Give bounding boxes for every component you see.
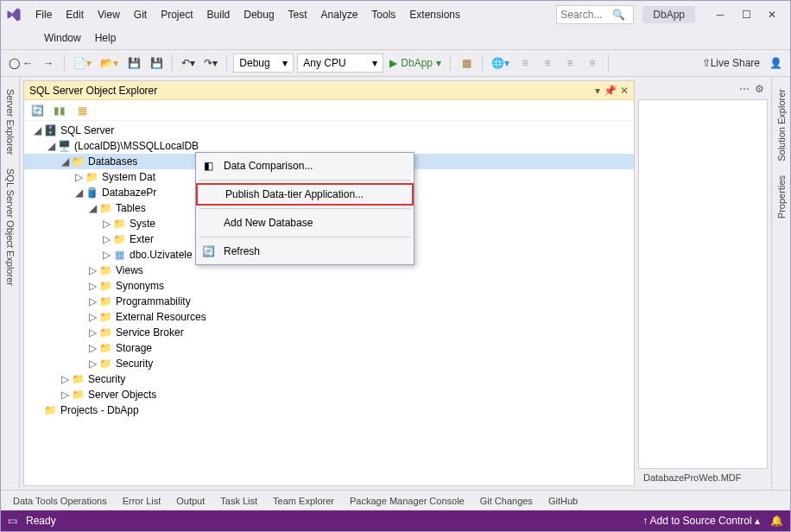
bottom-tabs: Data Tools Operations Error List Output … [1,490,790,510]
tab-server-explorer[interactable]: Server Explorer [3,82,18,162]
ctx-add-database[interactable]: Add New Database [196,212,414,234]
menu-edit[interactable]: Edit [59,5,91,24]
status-ready: Ready [26,515,56,527]
preview-menu-icon[interactable]: ⋯ [739,83,750,95]
tab-sql-explorer[interactable]: SQL Server Object Explorer [3,162,18,293]
group-icon[interactable]: ▦ [73,101,92,120]
menu-analyze[interactable]: Analyze [314,5,365,24]
node-projects[interactable]: 📁Projects - DbApp [24,402,634,418]
node-synonyms[interactable]: ▷📁Synonyms [24,278,634,294]
redo-button[interactable]: ↷▾ [201,54,220,73]
menu-test[interactable]: Test [282,5,314,24]
dim4-button[interactable]: ≡ [583,54,602,73]
dim2-button[interactable]: ≡ [538,54,557,73]
ctx-refresh[interactable]: 🔄Refresh [196,240,414,263]
search-input[interactable] [560,9,612,21]
preview-panel: ⋯ ⚙ DatabazeProWeb.MDF [638,80,768,486]
toolbar: ◯ ← → 📄▾ 📂▾ 💾 💾 ↶▾ ↷▾ Debug▾ Any CPU▾ ▶ … [1,49,790,77]
menubar-row2: Window Help [1,28,790,49]
node-security-srv[interactable]: ▷📁Security [24,371,634,387]
menu-debug[interactable]: Debug [237,5,281,24]
panel-dropdown-icon[interactable]: ▾ [595,85,600,97]
context-menu: ◧Data Comparison... Publish Data-tier Ap… [195,152,414,265]
tool1-button[interactable]: ▦ [457,54,476,73]
menu-window[interactable]: Window [37,28,88,48]
vs-logo-icon [6,7,22,22]
new-project-button[interactable]: 📄▾ [71,54,94,73]
solution-name: DbApp [642,6,695,23]
tab-properties[interactable]: Properties [774,168,789,225]
save-button[interactable]: 💾 [124,54,143,73]
config-dropdown[interactable]: Debug▾ [233,54,294,73]
sidebar-right: Solution Explorer Properties [771,77,790,490]
maximize-button[interactable]: ☐ [733,4,759,25]
menu-extensions[interactable]: Extensions [402,5,467,24]
menu-view[interactable]: View [91,5,127,24]
btab-error-list[interactable]: Error List [116,492,168,510]
btab-git-changes[interactable]: Git Changes [473,492,540,510]
undo-button[interactable]: ↶▾ [179,54,198,73]
menu-project[interactable]: Project [154,5,199,24]
btab-output[interactable]: Output [169,492,212,510]
dim1-button[interactable]: ≡ [516,54,535,73]
live-share-button[interactable]: ⇧ Live Share [699,54,763,73]
node-broker[interactable]: ▷📁Service Broker [24,325,634,340]
preview-body [638,99,768,469]
panel-title: SQL Server Object Explorer [29,85,157,97]
node-serverobj[interactable]: ▷📁Server Objects [24,387,634,402]
panel-toolbar: 🔄 ▮▮ ▦ [24,100,634,121]
status-icon: ▭ [8,515,17,527]
save-all-button[interactable]: 💾 [147,54,166,73]
preview-gear-icon[interactable]: ⚙ [755,83,764,95]
nav-back-button[interactable]: ◯ ← [6,54,35,73]
panel-pin-icon[interactable]: 📌 [604,85,617,97]
add-server-icon[interactable]: ▮▮ [50,101,69,120]
node-storage[interactable]: ▷📁Storage [24,340,634,356]
statusbar: ▭ Ready ↑ Add to Source Control ▴ 🔔 [1,510,790,531]
search-icon[interactable]: 🔍 [612,9,625,21]
node-security-db[interactable]: ▷📁Security [24,356,634,371]
notifications-icon[interactable]: 🔔 [770,515,783,527]
sidebar-left: Server Explorer SQL Server Object Explor… [1,77,20,490]
node-extres[interactable]: ▷📁External Resources [24,309,634,325]
ctx-data-comparison[interactable]: ◧Data Comparison... [196,155,414,177]
nav-fwd-button[interactable]: → [39,54,58,73]
panel-sql-explorer: SQL Server Object Explorer ▾ 📌 ✕ 🔄 ▮▮ ▦ … [23,80,635,486]
btab-data-tools[interactable]: Data Tools Operations [6,492,114,510]
node-prog[interactable]: ▷📁Programmability [24,294,634,309]
panel-header: SQL Server Object Explorer ▾ 📌 ✕ [24,81,634,100]
open-file-button[interactable]: 📂▾ [98,54,121,73]
menu-git[interactable]: Git [127,5,154,24]
menu-file[interactable]: File [28,5,59,24]
btab-github[interactable]: GitHub [541,492,585,510]
menu-tools[interactable]: Tools [364,5,402,24]
tab-solution-explorer[interactable]: Solution Explorer [774,82,789,168]
ctx-publish-datatier[interactable]: Publish Data-tier Application... [196,183,414,206]
menu-build[interactable]: Build [200,5,237,24]
node-sql-server[interactable]: ◢🗄️SQL Server [24,123,634,138]
browser-button[interactable]: 🌐▾ [489,54,512,73]
run-button[interactable]: ▶ DbApp ▾ [387,54,444,73]
btab-task-list[interactable]: Task List [213,492,264,510]
ctx-refresh-icon: 🔄 [201,244,215,258]
refresh-icon[interactable]: 🔄 [28,101,47,120]
compare-icon: ◧ [201,159,215,173]
btab-pmc[interactable]: Package Manager Console [343,492,471,510]
dim3-button[interactable]: ≡ [560,54,579,73]
menu-help[interactable]: Help [88,28,123,48]
menubar: File Edit View Git Project Build Debug T… [28,5,556,24]
titlebar: File Edit View Git Project Build Debug T… [1,1,790,28]
btab-team-explorer[interactable]: Team Explorer [266,492,341,510]
user-button[interactable]: 👤 [766,54,785,73]
tree: ◢🗄️SQL Server ◢🖥️(LocalDB)\MSSQLLocalDB … [24,121,634,485]
close-button[interactable]: ✕ [759,4,785,25]
panel-close-icon[interactable]: ✕ [620,85,629,97]
preview-label: DatabazeProWeb.MDF [638,469,768,486]
platform-dropdown[interactable]: Any CPU▾ [297,54,383,73]
source-control-button[interactable]: ↑ Add to Source Control ▴ [642,515,760,527]
search-box[interactable]: 🔍 [556,5,634,24]
minimize-button[interactable]: ─ [707,4,733,25]
